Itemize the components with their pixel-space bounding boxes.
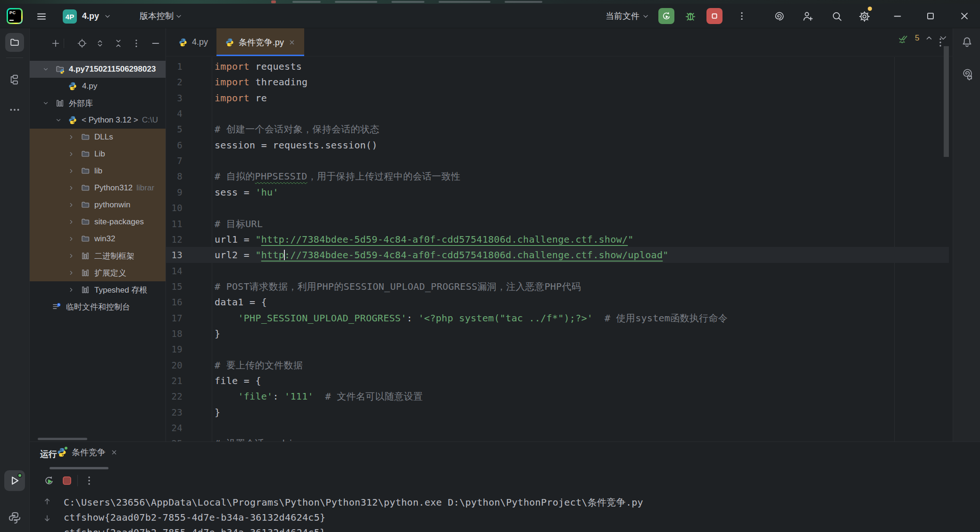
window-close-button[interactable] (959, 11, 970, 21)
chevron-down-icon[interactable] (42, 100, 49, 106)
code-line-14[interactable]: 14 (166, 263, 949, 279)
chevron-down-icon[interactable] (175, 13, 182, 20)
vcs-menu[interactable]: 版本控制 (140, 4, 174, 28)
more-tool-windows-icon[interactable] (8, 104, 21, 116)
chevron-down-icon[interactable] (55, 117, 62, 123)
tree-item-10[interactable]: win32 (30, 230, 166, 247)
run-tool-button[interactable] (4, 470, 25, 491)
options-icon[interactable] (131, 38, 141, 49)
project-avatar-badge[interactable]: 4P (63, 9, 77, 24)
code-line-19[interactable]: 19 (166, 341, 949, 357)
code-line-17[interactable]: 17 'PHP_SESSION_UPLOAD_PROGRESS': '<?php… (166, 310, 949, 326)
main-menu-icon[interactable] (36, 11, 47, 22)
chevron-right-icon[interactable] (68, 151, 75, 157)
settings-icon[interactable] (858, 10, 871, 23)
code-line-6[interactable]: 6session = requests.session() (166, 137, 949, 153)
run-button[interactable] (658, 8, 674, 24)
scroll-up-icon[interactable] (42, 497, 52, 506)
tree-item-3[interactable]: < Python 3.12 >C:\U (30, 112, 166, 129)
tree-item-11[interactable]: 二进制框架 (30, 247, 166, 264)
code-line-20[interactable]: 20# 要上传的文件数据 (166, 357, 949, 373)
chevron-right-icon[interactable] (68, 202, 75, 208)
tree-item-1[interactable]: 4.py (30, 78, 166, 95)
editor-scrollbar-thumb[interactable] (944, 46, 949, 157)
run-tab-scrollbar-thumb[interactable] (50, 467, 108, 469)
code-line-3[interactable]: 3import re (166, 90, 949, 106)
collapse-all-icon[interactable] (113, 38, 124, 49)
run-tab[interactable]: 条件竞争 (57, 447, 118, 458)
project-tool-button[interactable] (5, 33, 24, 52)
tree-item-2[interactable]: 外部库 (30, 95, 166, 112)
console-output[interactable]: C:\Users\23656\AppData\Local\Programs\Py… (30, 493, 980, 532)
tree-item-13[interactable]: Typeshed 存根 (30, 281, 166, 298)
next-problem-icon[interactable] (939, 34, 947, 42)
tree-item-14[interactable]: 临时文件和控制台 (30, 298, 166, 315)
code-with-me-icon[interactable] (802, 10, 814, 22)
console-options-icon[interactable] (83, 475, 95, 486)
code-line-25[interactable]: 25# 设置会话cookie (166, 435, 949, 442)
stop-button[interactable] (706, 8, 723, 24)
run-configuration[interactable]: 当前文件 (606, 4, 639, 28)
chevron-right-icon[interactable] (68, 185, 75, 191)
ai-assistant-icon[interactable] (960, 67, 974, 81)
select-opened-file-icon[interactable] (77, 38, 87, 49)
code-line-7[interactable]: 7 (166, 153, 949, 169)
code-line-2[interactable]: 2import threading (166, 74, 949, 90)
window-minimize-button[interactable] (892, 11, 903, 21)
scroll-down-icon[interactable] (42, 514, 52, 523)
project-name[interactable]: 4.py (82, 4, 99, 28)
chevron-right-icon[interactable] (68, 253, 75, 259)
window-maximize-button[interactable] (925, 11, 936, 21)
chevron-down-icon[interactable] (42, 66, 49, 73)
code-line-23[interactable]: 23} (166, 404, 949, 420)
tree-item-5[interactable]: Lib (30, 146, 166, 163)
tree-item-9[interactable]: site-packages (30, 213, 166, 230)
chevron-right-icon[interactable] (68, 134, 75, 140)
code-line-12[interactable]: 12url1 = "http://7384bdee-5d59-4c84-af0f… (166, 231, 949, 247)
code-line-4[interactable]: 4 (166, 106, 949, 122)
add-icon[interactable] (50, 38, 61, 49)
chevron-right-icon[interactable] (68, 236, 75, 242)
chevron-right-icon[interactable] (68, 168, 75, 174)
close-tab-icon[interactable] (288, 39, 296, 46)
tree-item-8[interactable]: pythonwin (30, 196, 166, 213)
debug-button[interactable] (684, 9, 697, 23)
inspection-widget[interactable]: 5 (898, 33, 947, 44)
code-area[interactable]: 1import requests2import threading3import… (166, 57, 953, 442)
chevron-down-icon[interactable] (104, 13, 111, 20)
rerun-icon[interactable] (43, 475, 55, 486)
code-line-11[interactable]: 11# 目标URL (166, 216, 949, 232)
prev-problem-icon[interactable] (925, 34, 933, 42)
code-line-5[interactable]: 5# 创建一个会话对象，保持会话的状态 (166, 121, 949, 137)
chevron-right-icon[interactable] (68, 286, 75, 293)
notifications-icon[interactable] (961, 36, 973, 49)
run-panel-title[interactable]: 运行 (40, 449, 57, 460)
code-line-8[interactable]: 8# 自拟的PHPSESSID，用于保持上传过程中的会话一致性 (166, 168, 949, 184)
code-line-9[interactable]: 9sess = 'hu' (166, 184, 949, 200)
tab-4py[interactable]: 4.py (170, 28, 216, 56)
stop-process-icon[interactable] (61, 475, 73, 486)
expand-all-icon[interactable] (95, 38, 105, 49)
close-run-tab-icon[interactable] (110, 449, 118, 456)
code-line-13[interactable]: 13url2 = "http://7384bdee-5d59-4c84-af0f… (166, 247, 949, 263)
code-line-15[interactable]: 15# POST请求数据，利用PHP的SESSION_UPLOAD_PROGRE… (166, 278, 949, 295)
structure-tool-icon[interactable] (8, 74, 21, 86)
horizontal-scrollbar-thumb[interactable] (38, 438, 87, 440)
tree-item-6[interactable]: lib (30, 163, 166, 180)
code-line-24[interactable]: 24 (166, 420, 949, 436)
code-line-16[interactable]: 16data1 = { (166, 294, 949, 310)
tree-item-4[interactable]: DLLs (30, 129, 166, 146)
more-actions-icon[interactable] (737, 11, 747, 21)
code-line-1[interactable]: 1import requests (166, 58, 949, 74)
code-line-18[interactable]: 18} (166, 326, 949, 342)
python-console-icon[interactable] (8, 511, 22, 525)
code-line-21[interactable]: 21file = { (166, 373, 949, 389)
tab-race-condition-py[interactable]: 条件竞争.py (216, 28, 304, 56)
chevron-right-icon[interactable] (68, 270, 75, 276)
search-everywhere-icon[interactable] (831, 10, 843, 22)
code-line-10[interactable]: 10 (166, 200, 949, 216)
chevron-right-icon[interactable] (68, 219, 75, 225)
tree-item-0[interactable]: 4.py7150211506298023 (30, 61, 166, 78)
chevron-down-icon[interactable] (642, 13, 649, 20)
code-line-22[interactable]: 22 'file': '111' # 文件名可以随意设置 (166, 388, 949, 404)
